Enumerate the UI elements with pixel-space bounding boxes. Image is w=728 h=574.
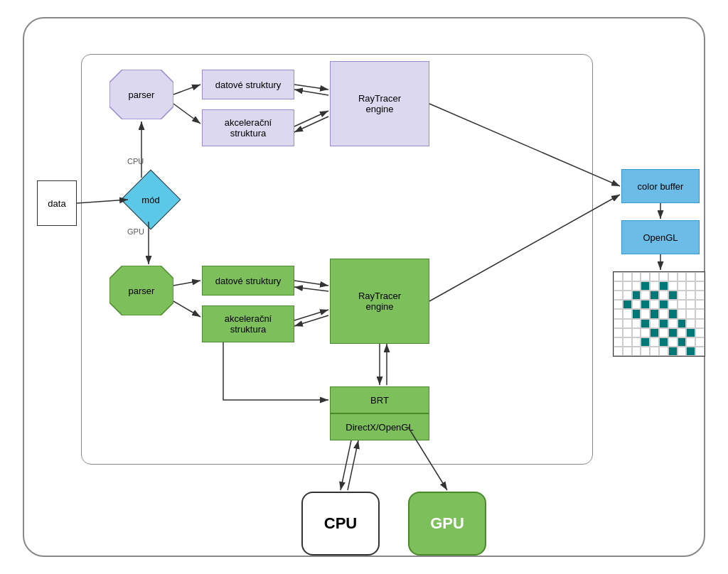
pixel-cell [686, 300, 695, 309]
pixel-cell [632, 319, 641, 328]
pixel-cell [641, 272, 650, 281]
pixel-cell [678, 319, 687, 328]
pixel-cell [668, 291, 678, 300]
data-node: data [37, 180, 77, 226]
pixel-cell [678, 328, 687, 337]
pixel-cell [686, 281, 695, 291]
cpu-bottom-box: CPU [301, 492, 380, 556]
pixel-cell [678, 281, 687, 291]
pixel-cell [695, 328, 705, 337]
pixel-cell [659, 337, 668, 347]
pixel-cell [650, 272, 659, 281]
as-gpu-box: akcelerační struktura [202, 305, 294, 342]
pixel-cell [641, 319, 650, 328]
pixel-cell [641, 328, 650, 337]
brt-box: BRT [330, 386, 429, 413]
data-label: data [48, 198, 65, 209]
pixel-cell [659, 309, 668, 318]
pixel-cell [668, 319, 678, 328]
pixel-cell [695, 309, 705, 318]
rt-gpu-box: RayTracer engine [330, 259, 429, 344]
pixel-cell [695, 319, 705, 328]
opengl-box: OpenGL [621, 220, 700, 254]
pixel-cell [668, 309, 678, 318]
pixel-cell [614, 328, 623, 337]
pixel-cell [668, 337, 678, 347]
pixel-cell [695, 281, 705, 291]
pixel-cell [659, 319, 668, 328]
parser-cpu-label: parser [129, 90, 155, 100]
pixel-cell [650, 347, 659, 356]
pixel-cell [641, 300, 650, 309]
pixel-cell [632, 281, 641, 291]
pixel-cell [695, 300, 705, 309]
ds-cpu-box: datové struktury [202, 70, 294, 99]
pixel-cell [678, 272, 687, 281]
pixel-cell [659, 272, 668, 281]
pixel-cell [623, 337, 632, 347]
pixel-cell [650, 337, 659, 347]
pixel-cell [650, 328, 659, 337]
dx-opengl-box: DirectX/OpenGL [330, 413, 429, 440]
cpu-label-arrow: CPU [127, 157, 144, 166]
pixel-cell [641, 337, 650, 347]
pixel-cell [686, 309, 695, 318]
pixel-cell [678, 347, 687, 356]
pixel-cell [650, 291, 659, 300]
pixel-cell [632, 272, 641, 281]
pixel-cell [659, 347, 668, 356]
pixel-cell [668, 347, 678, 356]
pixel-cell [650, 281, 659, 291]
pixel-cell [668, 281, 678, 291]
pixel-cell [614, 337, 623, 347]
pixel-cell [659, 328, 668, 337]
pixel-cell [632, 347, 641, 356]
pixel-cell [623, 291, 632, 300]
pixel-cell [686, 272, 695, 281]
pixel-cell [650, 319, 659, 328]
pixel-cell [668, 328, 678, 337]
pixel-cell [614, 281, 623, 291]
pixel-cell [632, 309, 641, 318]
gpu-bottom-box: GPU [408, 492, 486, 556]
pixel-cell [686, 319, 695, 328]
pixel-cell [686, 328, 695, 337]
parser-gpu-label: parser [129, 286, 155, 296]
pixel-cell [650, 300, 659, 309]
pixel-cell [623, 300, 632, 309]
pixel-cell [623, 347, 632, 356]
pixel-cell [614, 300, 623, 309]
pixel-cell [641, 291, 650, 300]
pixel-grid [613, 271, 705, 357]
gpu-label-arrow: GPU [127, 227, 144, 236]
pixel-cell [623, 328, 632, 337]
pixel-cell [641, 309, 650, 318]
parser-gpu-node: parser [109, 266, 173, 315]
pixel-cell [614, 309, 623, 318]
pixel-cell [623, 281, 632, 291]
pixel-cell [678, 300, 687, 309]
pixel-cell [632, 328, 641, 337]
pixel-cell [641, 281, 650, 291]
pixel-cell [614, 347, 623, 356]
color-buffer-box: color buffer [621, 169, 700, 203]
pixel-cell [614, 319, 623, 328]
pixel-cell [632, 291, 641, 300]
pixel-cell [686, 337, 695, 347]
pixel-cell [659, 281, 668, 291]
pixel-cell [678, 291, 687, 300]
pixel-cell [695, 337, 705, 347]
rt-cpu-box: RayTracer engine [330, 61, 429, 146]
pixel-cell [659, 300, 668, 309]
pixel-cell [668, 300, 678, 309]
pixel-cell [668, 272, 678, 281]
pixel-cell [659, 291, 668, 300]
pixel-cell [695, 272, 705, 281]
outer-container: data mód CPU GPU parser parser datové st… [23, 17, 705, 557]
pixel-cell [623, 319, 632, 328]
pixel-cell [678, 337, 687, 347]
pixel-cell [614, 291, 623, 300]
pixel-cell [632, 300, 641, 309]
pixel-cell [632, 337, 641, 347]
ds-gpu-box: datové struktury [202, 266, 294, 296]
